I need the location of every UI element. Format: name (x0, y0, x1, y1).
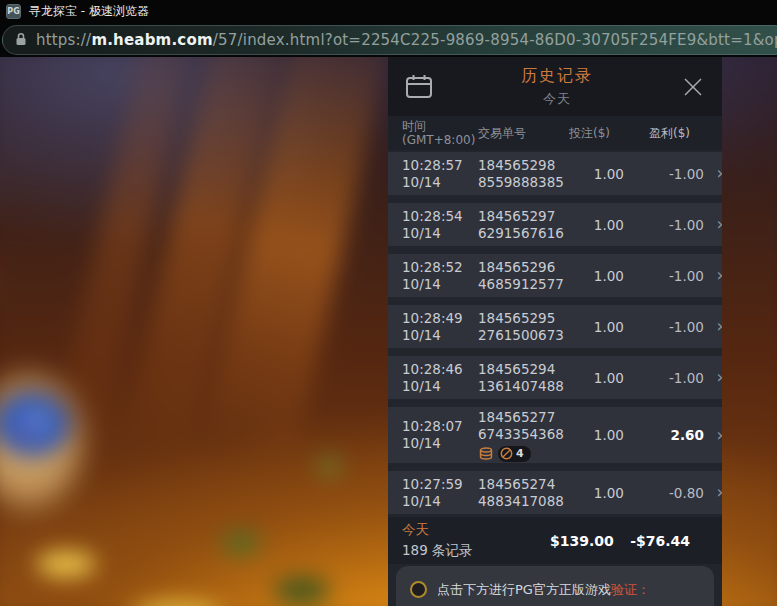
summary-records: 189 条记录 (402, 542, 550, 560)
address-bar[interactable]: https://m.heabm.com/57/index.html?ot=225… (2, 25, 777, 55)
coin-shine (36, 551, 96, 577)
bonus-coin-icon (500, 447, 513, 460)
history-row[interactable]: 10:28:57 10/14 184565298 8559888385 1.00… (388, 152, 722, 195)
history-row[interactable]: 10:28:54 10/14 184565297 6291567616 1.00… (388, 203, 722, 246)
row-bet: 1.00 (564, 370, 624, 386)
free-spins-badge: 4 (498, 446, 531, 462)
col-bet: 投注($) (550, 125, 610, 142)
history-rows: 10:28:57 10/14 184565298 8559888385 1.00… (388, 150, 722, 517)
chevron-right-icon: › (704, 216, 722, 233)
row-profit: -1.00 (624, 217, 704, 233)
history-row[interactable]: 10:28:49 10/14 184565295 2761500673 1.00… (388, 305, 722, 348)
summary-footer: 今天 189 条记录 $139.00 -$76.44 (388, 517, 722, 564)
url-text: https://m.heabm.com/57/index.html?ot=225… (36, 31, 777, 49)
window-title: 寻龙探宝 - 极速浏览器 (29, 3, 149, 20)
gem-blur (274, 577, 330, 605)
row-time: 10:28:54 10/14 (402, 208, 478, 242)
history-panel: 历史记录 今天 时间 (GMT+8:00) 交易单号 投注($) 盈利($) (388, 57, 722, 606)
panel-title-block: 历史记录 今天 (434, 66, 680, 108)
history-row[interactable]: 10:28:52 10/14 184565296 4685912577 1.00… (388, 254, 722, 297)
pg-favicon: PG (6, 4, 21, 19)
history-row[interactable]: 10:27:59 10/14 184565274 4883417088 1.00… (388, 471, 722, 514)
col-order: 交易单号 (478, 125, 550, 142)
verify-text: 点击下方进行PG官方正版游戏验证： (437, 581, 650, 599)
gem-blur (318, 457, 340, 475)
history-row[interactable]: 10:28:07 10/14 184565277 6743354368 4 (388, 407, 722, 463)
coins-icon (478, 447, 494, 461)
history-row[interactable]: 10:28:46 10/14 184565294 1361407488 1.00… (388, 356, 722, 399)
browser-window: PG 寻龙探宝 - 极速浏览器 https://m.heabm.com/57/i… (0, 0, 777, 606)
row-time: 10:28:07 10/14 (402, 418, 478, 452)
chevron-right-icon: › (704, 165, 722, 182)
window-titlebar: PG 寻龙探宝 - 极速浏览器 (0, 0, 777, 22)
chevron-right-icon: › (704, 369, 722, 386)
lock-icon (15, 31, 27, 50)
game-viewport: 历史记录 今天 时间 (GMT+8:00) 交易单号 投注($) 盈利($) (0, 57, 777, 606)
row-order: 184565298 8559888385 (478, 157, 564, 191)
row-bet: 1.00 (564, 217, 624, 233)
row-time: 10:27:59 10/14 (402, 476, 478, 510)
row-profit: -1.00 (624, 166, 704, 182)
row-profit: -0.80 (624, 485, 704, 501)
pg-verify-card[interactable]: 点击下方进行PG官方正版游戏验证： (396, 566, 714, 606)
calendar-button[interactable] (404, 73, 434, 101)
table-header: 时间 (GMT+8:00) 交易单号 投注($) 盈利($) (388, 116, 722, 150)
row-profit: -1.00 (624, 370, 704, 386)
row-order: 184565297 6291567616 (478, 208, 564, 242)
row-order: 184565277 6743354368 4 (478, 409, 564, 462)
chevron-right-icon: › (704, 427, 722, 444)
col-time: 时间 (GMT+8:00) (402, 119, 478, 147)
bonus-line: 4 (478, 446, 564, 462)
row-order: 184565294 1361407488 (478, 361, 564, 395)
chevron-right-icon: › (704, 267, 722, 284)
summary-left: 今天 189 条记录 (402, 521, 550, 560)
url-bar-row: https://m.heabm.com/57/index.html?ot=225… (0, 22, 777, 57)
chevron-right-icon: › (704, 318, 722, 335)
row-profit: 2.60 (624, 427, 704, 443)
character-detail (38, 415, 46, 423)
panel-subtitle: 今天 (434, 90, 680, 108)
row-time: 10:28:52 10/14 (402, 259, 478, 293)
row-profit: -1.00 (624, 319, 704, 335)
row-time: 10:28:46 10/14 (402, 361, 478, 395)
col-profit: 盈利($) (610, 125, 690, 142)
summary-total-bet: $139.00 (550, 533, 610, 549)
verify-link[interactable]: 验证 (611, 582, 637, 597)
history-panel-header: 历史记录 今天 (388, 57, 722, 116)
summary-total-profit: -$76.44 (610, 533, 690, 549)
row-bet: 1.00 (564, 268, 624, 284)
row-bet: 1.00 (564, 485, 624, 501)
row-bet: 1.00 (564, 427, 624, 443)
row-order: 184565296 4685912577 (478, 259, 564, 293)
chevron-right-icon: › (704, 484, 722, 501)
row-time: 10:28:57 10/14 (402, 157, 478, 191)
row-time: 10:28:49 10/14 (402, 310, 478, 344)
panel-title: 历史记录 (434, 66, 680, 87)
gem-blur (222, 531, 260, 555)
row-bet: 1.00 (564, 319, 624, 335)
row-order: 184565295 2761500673 (478, 310, 564, 344)
summary-day: 今天 (402, 521, 550, 539)
coin-shine (132, 601, 222, 606)
character-detail (22, 427, 31, 436)
row-bet: 1.00 (564, 166, 624, 182)
pg-seal-icon (410, 581, 427, 598)
close-button[interactable] (680, 74, 706, 100)
row-order: 184565274 4883417088 (478, 476, 564, 510)
row-profit: -1.00 (624, 268, 704, 284)
